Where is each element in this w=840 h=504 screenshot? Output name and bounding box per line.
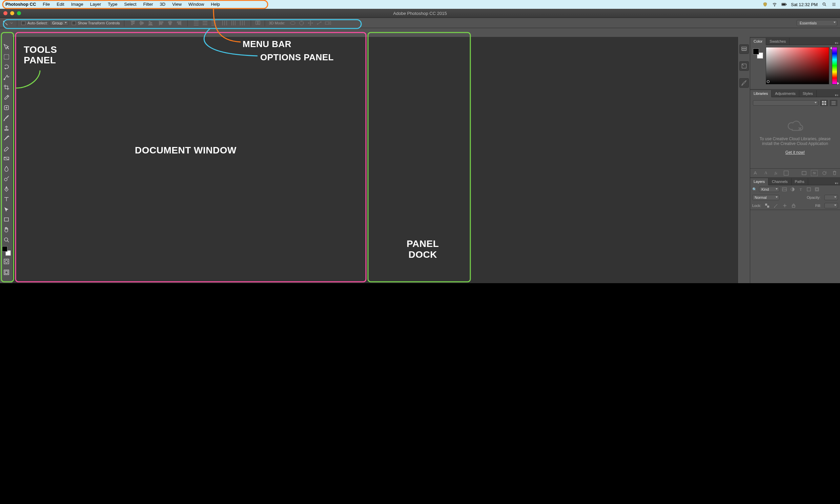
show-transform-label: Show Transform Controls <box>78 21 120 25</box>
window-minimize-button[interactable] <box>10 11 14 15</box>
window-title: Adobe Photoshop CC 2015 <box>0 11 472 16</box>
eyedropper-tool[interactable] <box>1 92 12 103</box>
crop-tool[interactable] <box>1 82 12 92</box>
zoom-tool[interactable] <box>1 235 12 245</box>
window-close-button[interactable] <box>3 11 7 15</box>
tool-preset-button[interactable] <box>3 20 13 26</box>
show-transform-checkbox[interactable] <box>72 21 76 25</box>
svg-point-14 <box>4 178 7 181</box>
quick-select-tool[interactable] <box>1 72 12 82</box>
fg-bg-swatch[interactable] <box>1 246 12 256</box>
blur-tool[interactable] <box>1 164 12 174</box>
menu-app-name[interactable]: Photoshop CC <box>2 0 39 9</box>
align-bottom-edges-button[interactable] <box>146 19 155 27</box>
window-titlebar: Adobe Photoshop CC 2015 <box>0 9 472 18</box>
window-zoom-button[interactable] <box>17 11 21 15</box>
document-window[interactable] <box>13 37 472 283</box>
align-vcenter-button[interactable] <box>137 19 146 27</box>
pen-tool[interactable] <box>1 184 12 194</box>
svg-rect-20 <box>5 271 8 274</box>
main-area: Color Swatches ▾≡ Libraries Adjustments … <box>0 37 472 283</box>
svg-rect-10 <box>4 55 9 59</box>
align-buttons-group <box>128 19 183 27</box>
distribute-left-button[interactable] <box>220 19 229 27</box>
menu-image[interactable]: Image <box>68 0 87 9</box>
brush-tool[interactable] <box>1 113 12 123</box>
menu-type[interactable]: Type <box>104 0 121 9</box>
svg-rect-5 <box>256 21 257 24</box>
3d-roll-button[interactable] <box>297 19 306 27</box>
path-select-tool[interactable] <box>1 204 12 214</box>
align-left-edges-button[interactable] <box>157 19 166 27</box>
dodge-tool[interactable] <box>1 174 12 184</box>
svg-rect-19 <box>4 270 9 275</box>
hand-tool[interactable] <box>1 224 12 235</box>
menu-layer[interactable]: Layer <box>87 0 105 9</box>
align-top-edges-button[interactable] <box>128 19 137 27</box>
clone-stamp-tool[interactable] <box>1 123 12 133</box>
align-right-edges-button[interactable] <box>175 19 183 27</box>
menu-help[interactable]: Help <box>208 0 223 9</box>
distribute-buttons-group <box>192 19 247 27</box>
menu-file[interactable]: File <box>39 0 53 9</box>
svg-point-18 <box>5 260 8 263</box>
svg-point-7 <box>290 21 295 24</box>
distribute-bottom-button[interactable] <box>210 19 218 27</box>
mac-menu-bar: Photoshop CC File Edit Image Layer Type … <box>0 0 472 9</box>
screen-mode-tool[interactable] <box>1 267 12 277</box>
menu-window[interactable]: Window <box>185 0 208 9</box>
quick-mask-tool[interactable] <box>1 256 12 267</box>
rectangle-tool[interactable] <box>1 214 12 224</box>
align-hcenter-button[interactable] <box>166 19 175 27</box>
photoshop-window: Adobe Photoshop CC 2015 Auto-Select: Gro… <box>0 9 472 283</box>
distribute-right-button[interactable] <box>238 19 247 27</box>
svg-rect-9 <box>325 22 329 24</box>
type-tool[interactable] <box>1 194 12 204</box>
marquee-tool[interactable] <box>1 52 12 62</box>
move-tool[interactable] <box>1 42 12 52</box>
3d-mode-label: 3D Mode: <box>269 21 285 25</box>
tools-panel <box>0 37 13 283</box>
app-menu-list: Photoshop CC File Edit Image Layer Type … <box>2 0 223 9</box>
window-controls <box>3 11 21 15</box>
healing-brush-tool[interactable] <box>1 103 12 113</box>
3d-mode-buttons <box>288 19 333 27</box>
history-brush-tool[interactable] <box>1 133 12 143</box>
lasso-tool[interactable] <box>1 62 12 72</box>
auto-align-button[interactable] <box>255 20 261 26</box>
gradient-tool[interactable] <box>1 154 12 164</box>
auto-select-checkbox[interactable] <box>21 21 25 25</box>
options-bar: Auto-Select: Group Show Transform Contro… <box>0 18 472 28</box>
menu-edit[interactable]: Edit <box>53 0 68 9</box>
distribute-hcenter-button[interactable] <box>229 19 238 27</box>
auto-select-label: Auto-Select: <box>28 21 48 25</box>
3d-camera-button[interactable] <box>324 19 333 27</box>
menu-3d[interactable]: 3D <box>157 0 169 9</box>
svg-rect-17 <box>4 259 9 264</box>
menu-select[interactable]: Select <box>121 0 140 9</box>
eraser-tool[interactable] <box>1 143 12 154</box>
svg-rect-6 <box>258 21 260 24</box>
distribute-vcenter-button[interactable] <box>201 19 210 27</box>
3d-pan-button[interactable] <box>306 19 315 27</box>
3d-slide-button[interactable] <box>315 19 324 27</box>
svg-point-16 <box>4 238 8 241</box>
3d-orbit-button[interactable] <box>288 19 297 27</box>
menu-filter[interactable]: Filter <box>140 0 157 9</box>
auto-select-dropdown[interactable]: Group <box>50 20 69 26</box>
svg-rect-15 <box>4 218 8 221</box>
distribute-top-button[interactable] <box>192 19 201 27</box>
menu-view[interactable]: View <box>169 0 185 9</box>
